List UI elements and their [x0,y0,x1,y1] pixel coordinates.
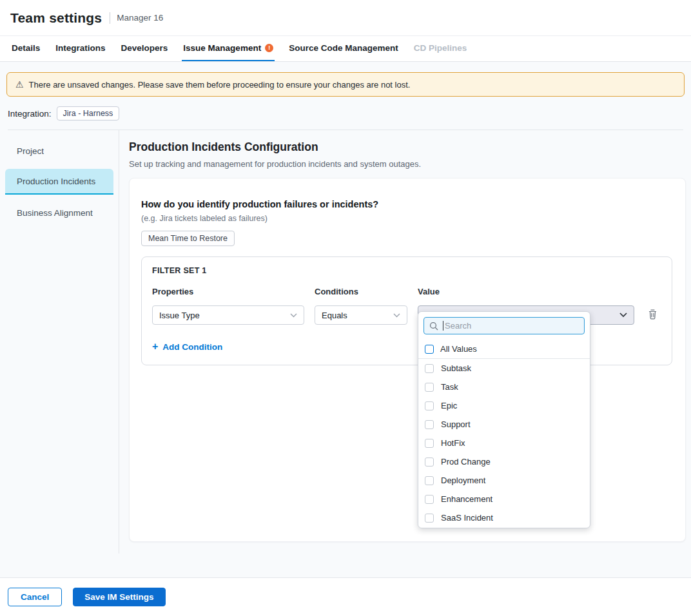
chevron-down-icon [290,313,297,318]
properties-select[interactable]: Issue Type [152,305,304,325]
question-heading: How do you identify production failures … [141,199,672,209]
option-enhancement[interactable]: Enhancement [418,490,590,508]
sidebar-item-label: Production Incidents [17,177,95,186]
tab-issue-management[interactable]: Issue Management ! [182,36,275,61]
tab-label: Issue Management [183,43,261,53]
column-header-conditions: Conditions [315,287,407,296]
integration-label: Integration: [8,109,52,119]
plus-icon: + [152,342,158,352]
option-label: Subtask [441,363,471,373]
checkbox[interactable] [425,420,434,429]
sidebar-item-label: Project [17,146,44,156]
delete-filter-button[interactable] [648,309,657,325]
tab-label: Developers [121,43,168,53]
tab-details[interactable]: Details [10,36,41,61]
checkbox[interactable] [425,495,434,504]
value-dropdown-panel: All Values Subtask [418,311,590,528]
add-condition-button[interactable]: + Add Condition [152,342,222,352]
conditions-select[interactable]: Equals [315,305,407,325]
option-label: HotFix [441,438,465,448]
option-deployment[interactable]: Deployment [418,471,590,490]
column-header-value: Value [418,287,634,296]
search-input[interactable] [445,321,579,331]
header-subtitle: Manager 16 [117,13,163,23]
text-cursor [443,321,443,331]
checkbox[interactable] [425,476,434,485]
option-task[interactable]: Task [418,378,590,396]
option-label: Enhancement [441,494,492,504]
cancel-button[interactable]: Cancel [8,588,62,606]
sidebar-item-project[interactable]: Project [5,138,113,164]
checkbox[interactable] [425,401,434,410]
option-subtask[interactable]: Subtask [418,359,590,378]
configuration-card: How do you identify production failures … [129,178,686,542]
checkbox[interactable] [425,383,434,392]
alert-badge-icon: ! [265,44,273,52]
unsaved-changes-banner: ⚠ There are unsaved changes. Please save… [6,72,685,97]
option-saas-incident[interactable]: SaaS Incident [418,508,590,527]
checkbox[interactable] [425,439,434,448]
search-icon [429,322,438,331]
trash-icon [648,309,657,320]
properties-select-value: Issue Type [159,311,286,320]
tab-label: Details [12,43,40,53]
sidebar-item-business-alignment[interactable]: Business Alignment [5,200,113,226]
tab-bar: Details Integrations Developers Issue Ma… [0,36,691,62]
option-epic[interactable]: Epic [418,396,590,415]
sidebar-item-production-incidents[interactable]: Production Incidents [5,169,113,195]
tab-cd-pipelines: CD Pipelines [413,36,469,61]
checkbox[interactable] [425,364,434,373]
chevron-down-icon [393,313,400,318]
settings-sidebar: Project Production Incidents Business Al… [0,130,119,553]
dropdown-options-list[interactable]: Subtask Task Epic [418,359,590,528]
main-panel: Production Incidents Configuration Set u… [119,130,691,553]
section-title: Production Incidents Configuration [129,140,686,154]
option-label: SaaS Incident [441,513,493,523]
page: Team settings Manager 16 Details Integra… [0,0,691,616]
filter-set-1: FILTER SET 1 Properties Issue Type [141,256,672,365]
filter-set-title: FILTER SET 1 [152,266,661,275]
option-label: Task [441,382,458,392]
question-hint: (e.g. Jira tickets labeled as failures) [141,214,672,223]
tab-label: Integrations [55,43,105,53]
option-label: All Values [440,344,477,354]
add-condition-label: Add Condition [162,342,222,352]
filter-row: Properties Issue Type Conditions [152,287,661,325]
chevron-down-icon [619,313,627,318]
save-im-settings-button[interactable]: Save IM Settings [73,588,165,606]
checkbox[interactable] [425,457,434,467]
tab-label: CD Pipelines [414,43,467,53]
page-header: Team settings Manager 16 [0,0,691,36]
option-hotfix[interactable]: HotFix [418,434,590,452]
checkbox-all-values[interactable] [425,345,434,354]
option-label: Support [441,419,471,429]
tab-developers[interactable]: Developers [120,36,170,61]
option-customer-notification[interactable]: Customer Notification [418,527,590,528]
page-title: Team settings [10,10,102,26]
option-label: Deployment [441,476,485,485]
column-header-properties: Properties [152,287,304,296]
settings-layout: Project Production Incidents Business Al… [0,130,691,553]
conditions-select-value: Equals [322,311,389,320]
dropdown-search[interactable] [423,317,585,334]
tab-integrations[interactable]: Integrations [54,36,106,61]
option-label: Epic [441,401,457,410]
integration-row: Integration: Jira - Harness [8,106,683,130]
section-subtitle: Set up tracking and management for produ… [129,159,686,169]
sidebar-item-label: Business Alignment [17,208,93,218]
tab-source-code-management[interactable]: Source Code Management [287,36,400,61]
option-support[interactable]: Support [418,415,590,434]
content-area: ⚠ There are unsaved changes. Please save… [0,62,691,577]
tab-label: Source Code Management [289,43,398,53]
warning-triangle-icon: ⚠ [15,80,24,89]
integration-chip[interactable]: Jira - Harness [57,106,120,120]
title-separator [110,12,110,24]
page-footer: Cancel Save IM Settings [0,577,691,616]
option-all-values[interactable]: All Values [418,340,590,359]
option-label: Prod Change [441,457,491,467]
checkbox[interactable] [425,514,434,523]
option-prod-change[interactable]: Prod Change [418,452,590,471]
metric-chip-mean-time-to-restore[interactable]: Mean Time to Restore [141,231,235,246]
banner-text: There are unsaved changes. Please save t… [29,80,411,90]
